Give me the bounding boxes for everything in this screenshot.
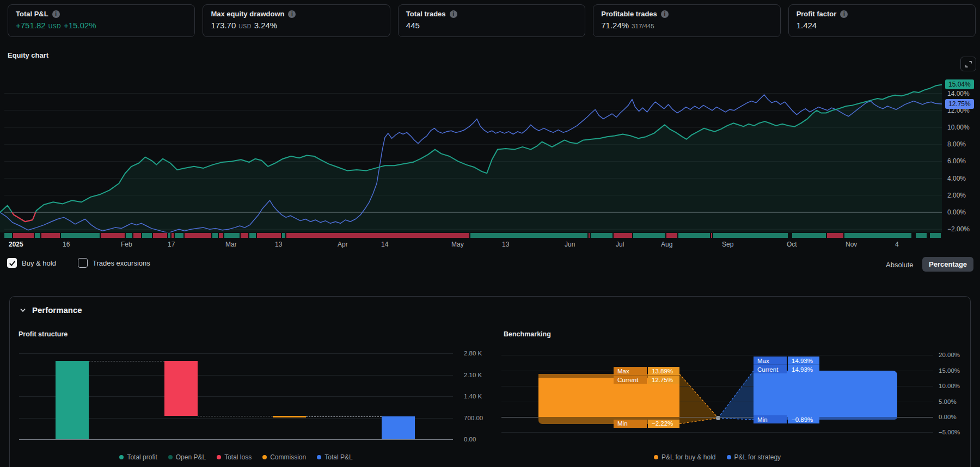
bm-blue-dash-top: [718, 371, 754, 418]
strip-segment: [212, 233, 219, 238]
strip-segment: [13, 233, 35, 238]
equity-y-tick: 10.00%: [947, 124, 978, 131]
stat-card-value: +751.82USD+15.02%: [16, 21, 187, 30]
stat-card-value: 71.24%317/445: [601, 21, 772, 30]
equity-chart-svg: [0, 63, 942, 232]
strip-segment: [792, 233, 827, 238]
stat-value-main: 71.24%: [601, 21, 629, 30]
legend-label: Total profit: [127, 453, 157, 461]
legend-item: P&L for strategy: [727, 453, 781, 461]
strip-segment: [282, 233, 286, 238]
stat-card-label: Total P&Li: [16, 10, 187, 18]
stat-card-label: Profitable tradesi: [601, 10, 772, 18]
stat-card: Profit factori1.424: [788, 4, 976, 37]
ps-gridline: [19, 439, 453, 440]
bm-buyhold-current-chip: Current12.75%: [614, 376, 679, 384]
stat-card-label: Max equity drawdowni: [211, 10, 382, 18]
strip-segment: [175, 233, 185, 238]
benchmarking-title: Benchmarking: [504, 330, 551, 338]
bm-strategy-current-chip-label: Current: [754, 365, 787, 373]
ps-bar-total-p-l[interactable]: [382, 416, 415, 439]
x-axis-label: 14: [381, 241, 388, 248]
x-axis-label: 13: [502, 241, 509, 248]
bm-blue-dash-bottom: [718, 418, 754, 420]
x-axis-label: 16: [63, 241, 70, 248]
stat-value-extra: +15.02%: [64, 21, 96, 30]
stat-card: Max equity drawdowni173.70USD3.24%: [203, 4, 390, 37]
strip-segment: [4, 233, 13, 238]
strip-segment: [591, 233, 614, 238]
checkbox-checked-icon: [7, 258, 17, 268]
bm-strategy-current-chip: Current14.93%: [754, 365, 819, 373]
stat-card: Total tradesi445: [398, 4, 585, 37]
strip-segment: [678, 233, 711, 238]
strip-segment: [224, 233, 241, 238]
stat-card-label: Profit factori: [797, 10, 967, 18]
legend-label: P&L for strategy: [734, 453, 781, 461]
absolute-option[interactable]: Absolute: [886, 261, 914, 269]
ps-connector: [89, 361, 164, 361]
ps-bar-commission[interactable]: [273, 416, 306, 417]
equity-controls: Buy & hold Trades excursions Absolute Pe…: [0, 255, 980, 273]
equity-chart-plot[interactable]: 14.00%12.00%10.00%8.00%6.00%4.00%2.00%0.…: [0, 63, 980, 232]
info-icon[interactable]: i: [661, 10, 669, 18]
x-axis-label: Oct: [787, 241, 797, 248]
ps-y-tick: 700.00: [464, 415, 483, 421]
bm-strategy-max-chip-value: 14.93%: [788, 357, 819, 365]
info-icon[interactable]: i: [840, 10, 848, 18]
equity-y-tick: 6.00%: [947, 157, 978, 165]
x-axis-label: 4: [895, 241, 899, 248]
bm-y-tick: −5.00%: [939, 429, 960, 435]
strip-segment: [827, 233, 844, 238]
legend-label: Open P&L: [176, 453, 206, 461]
legend-item: Open P&L: [168, 453, 206, 461]
profit-structure-title: Profit structure: [19, 330, 68, 338]
strip-segment: [286, 233, 470, 238]
percentage-option-selected[interactable]: Percentage: [922, 257, 973, 272]
stat-value-sub: 317/445: [632, 23, 654, 29]
info-icon[interactable]: i: [52, 10, 60, 18]
bm-strategy-bar[interactable]: [754, 371, 897, 417]
bm-buyhold-max-chip: Max13.89%: [614, 367, 679, 375]
strip-segment: [666, 233, 678, 238]
stat-value-unit: USD: [238, 23, 251, 29]
strip-segment: [35, 233, 41, 238]
stat-card-value: 1.424: [797, 21, 967, 30]
ps-bar-total-loss[interactable]: [164, 361, 198, 416]
performance-panel: Performance Profit structure Benchmarkin…: [9, 296, 971, 467]
trades-excursions-toggle[interactable]: Trades excursions: [78, 258, 150, 268]
legend-dot: [654, 455, 658, 459]
info-icon[interactable]: i: [450, 10, 457, 18]
equity-y-tick: 0.00%: [947, 208, 978, 216]
strip-segment: [142, 233, 153, 238]
bm-strategy-max-chip-label: Max: [754, 357, 787, 365]
strip-segment: [930, 233, 942, 238]
bm-buyhold-current-chip-value: 12.75%: [648, 376, 679, 384]
equity-y-tick: 14.00%: [947, 90, 978, 97]
bm-strategy-min-chip: Min−0.89%: [754, 415, 819, 423]
stat-value-main: 1.424: [797, 21, 817, 30]
ps-y-tick: 1.40 K: [464, 393, 482, 400]
info-icon[interactable]: i: [288, 10, 296, 18]
buy-hold-toggle[interactable]: Buy & hold: [7, 258, 56, 268]
equity-x-axis: 202516Feb17Mar13Apr14May13JunJulAugSepOc…: [0, 241, 980, 249]
stat-value-main: 445: [406, 21, 420, 30]
ps-gridline: [19, 353, 453, 354]
strip-segment: [713, 233, 789, 238]
stat-card: Total P&Li+751.82USD+15.02%: [8, 4, 195, 37]
strip-segment: [614, 233, 633, 238]
stat-value-extra: 3.24%: [254, 21, 278, 30]
x-axis-label: 2025: [9, 241, 23, 248]
stat-card-label-text: Profit factor: [797, 10, 837, 18]
x-axis-label: Apr: [338, 241, 348, 248]
bm-strategy-min-chip-value: −0.89%: [788, 415, 819, 423]
legend-dot: [119, 455, 124, 459]
strip-segment: [185, 233, 213, 238]
strip-segment: [219, 233, 224, 238]
x-axis-label: Jul: [616, 241, 624, 248]
bm-buyhold-min-chip: Min−2.22%: [614, 420, 679, 428]
performance-body: Profit structure Benchmarking 2.80 K2.10…: [10, 297, 970, 467]
ps-bar-total-profit[interactable]: [56, 361, 89, 439]
bm-y-tick: 10.00%: [939, 383, 960, 389]
strip-segment: [241, 233, 249, 238]
